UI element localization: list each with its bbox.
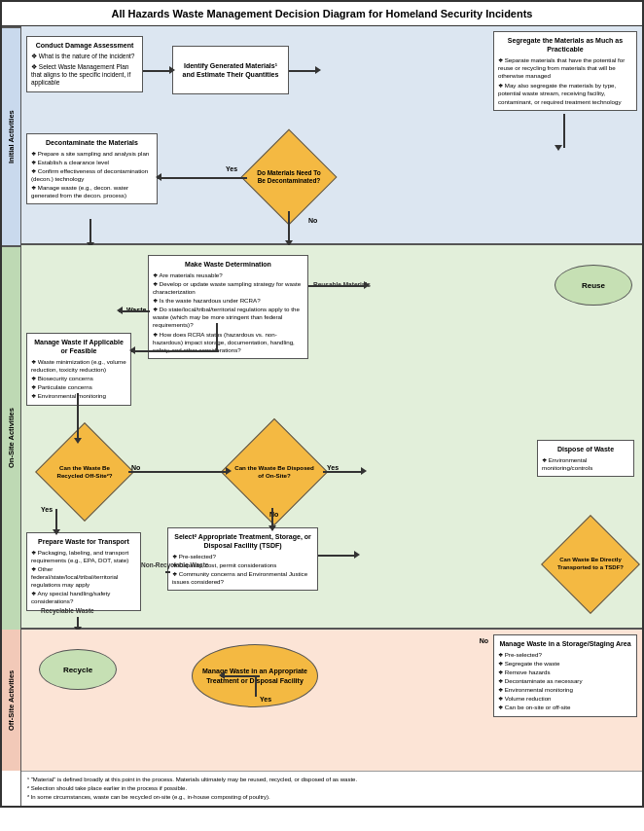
segregate-box: Segregate the Materials as Much as Pract… xyxy=(493,31,637,111)
decon-diamond: Do Materials Need To Be Decontaminated? xyxy=(245,143,333,211)
offsite-section: Recycle Manage Waste in an Appropriate T… xyxy=(21,630,642,771)
arrowhead-identify-segregate xyxy=(315,66,321,74)
yes-transport-label: Yes xyxy=(260,696,271,703)
non-recyclable-label: Non-Recyclable Waste xyxy=(141,561,208,568)
onsite-activities-label: On-Site Activities xyxy=(2,245,20,630)
recycle-offsite-text: Can the Waste Be Recycled Off-Site²? xyxy=(47,464,123,479)
dispose-onsite-diamond: Can the Waste Be Disposed of On-Site? xyxy=(226,435,323,508)
conduct-damage-box: Conduct Damage Assessment ❖ What is the … xyxy=(26,36,143,92)
manage-storage-staging-box: Manage Waste in a Storage/Staging Area ❖… xyxy=(493,634,637,717)
yes-label-decon: Yes xyxy=(226,165,237,172)
decontaminate-box: Decontaminate the Materials ❖ Prepare a … xyxy=(26,133,158,204)
no-transport-label: No xyxy=(480,637,488,644)
reuse-oval: Reuse xyxy=(555,265,632,306)
conduct-damage-title: Conduct Damage Assessment xyxy=(31,41,138,50)
dispose-waste-title: Dispose of Waste xyxy=(542,445,629,453)
recycle-oval: Recycle xyxy=(39,649,117,690)
select-tsdf-title: Select² Appropriate Treatment, Storage, … xyxy=(172,532,313,550)
select-tsdf-box: Select² Appropriate Treatment, Storage, … xyxy=(167,527,318,591)
decontaminate-title: Decontaminate the Materials xyxy=(31,138,153,147)
offsite-activities-label: Off-Site Activities xyxy=(2,630,20,771)
prepare-transport-box: Prepare Waste for Transport ❖ Packaging,… xyxy=(26,532,141,611)
no-recycle-label: No xyxy=(131,464,140,471)
directly-transported-text: Can Waste Be Directly Transported to a T… xyxy=(553,557,628,570)
dispose-onsite-text: Can the Waste Be Disposed of On-Site? xyxy=(233,464,316,479)
onsite-section: Make Waste Determination ❖ Are materials… xyxy=(21,245,642,630)
manage-storage-title: Manage Waste in a Storage/Staging Area xyxy=(498,639,632,648)
segregate-title: Segregate the Materials as Much as Pract… xyxy=(498,36,632,54)
dispose-waste-box: Dispose of Waste ❖ Environmental monitor… xyxy=(537,440,634,477)
yes-recycle-label: Yes xyxy=(41,506,53,513)
yes-dispose-label: Yes xyxy=(327,464,339,471)
identify-materials-box: Identify Generated Materials¹ and Estima… xyxy=(172,46,289,94)
no-label-decon: No xyxy=(308,217,317,224)
decon-diamond-text: Do Materials Need To Be Decontaminated? xyxy=(253,169,326,185)
recycle-offsite-diamond: Can the Waste Be Recycled Off-Site²? xyxy=(41,435,128,508)
initial-section: Conduct Damage Assessment ❖ What is the … xyxy=(21,26,642,245)
prepare-transport-title: Prepare Waste for Transport xyxy=(31,537,136,546)
main-title: All Hazards Waste Management Decision Di… xyxy=(2,2,642,26)
initial-activities-label: Initial Activities xyxy=(2,26,20,245)
manage-waste-applicable-box: Manage Waste if Applicable or Feasible ❖… xyxy=(26,333,131,406)
arrowhead-damage-identify xyxy=(169,66,175,74)
manage-waste-applicable-title: Manage Waste if Applicable or Feasible xyxy=(31,338,126,355)
footnotes: ¹ "Material" is defined broadly at this … xyxy=(21,771,642,806)
recyclable-waste-label: Recyclable Waste xyxy=(41,607,94,614)
make-waste-title: Make Waste Determination xyxy=(153,260,304,269)
make-waste-box: Make Waste Determination ❖ Are materials… xyxy=(148,255,308,359)
arrow-damage-identify xyxy=(143,70,172,72)
directly-transported-diamond: Can Waste Be Directly Transported to a T… xyxy=(547,527,634,600)
arrow-identify-segregate xyxy=(289,70,318,72)
diagram-container: All Hazards Waste Management Decision Di… xyxy=(0,0,644,808)
